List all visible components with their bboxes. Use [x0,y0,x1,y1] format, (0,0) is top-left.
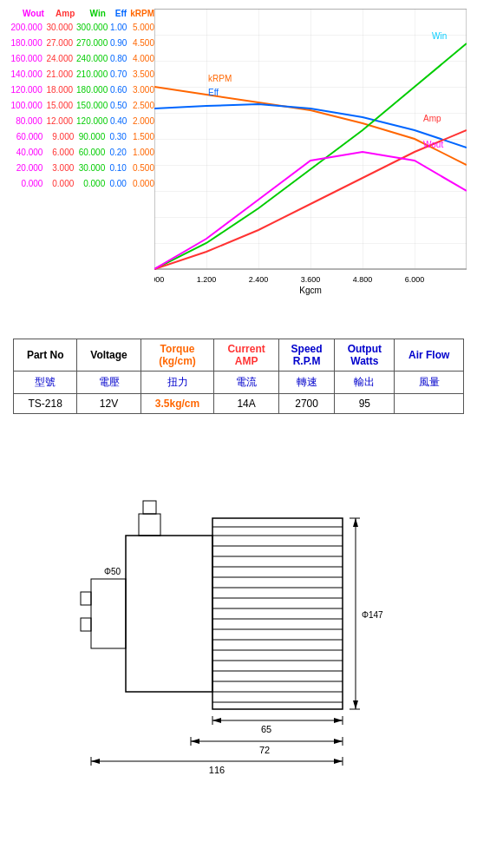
y-axis-row: 0.0000.0000.0000.000.000 [9,176,154,192]
svg-rect-27 [81,618,91,631]
performance-chart-svg: kRPM Eff Win Amp Wout 0.000 1.200 2.400 … [154,9,467,295]
x-label-1: 1.200 [197,275,217,284]
y-axis-row: 200.00030.000300.0001.005.000 [9,20,154,36]
y-axis-row: 120.00018.000180.0000.603.000 [9,82,154,98]
x-label-0: 0.000 [154,275,164,284]
x-label-4: 4.800 [353,275,373,284]
technical-diagram-svg: Φ50 Φ147 65 72 116 [56,449,421,779]
amp-label: Amp [423,114,441,123]
y-axis-row: 140.00021.000210.0000.703.500 [9,67,154,82]
dim-d1: Φ50 [104,567,121,576]
header-win: Win [78,9,105,18]
zh-torque: 扭力 [140,372,214,394]
eff-label: Eff [208,88,219,97]
svg-rect-25 [91,579,126,648]
svg-marker-38 [212,718,221,723]
svg-marker-44 [334,739,343,744]
x-label-5: 6.000 [405,275,425,284]
svg-rect-4 [126,536,212,692]
svg-marker-48 [91,759,100,764]
x-label-2: 2.400 [249,275,269,284]
zh-partno: 型號 [14,372,77,394]
svg-rect-29 [143,501,156,514]
dim-65: 65 [261,724,271,734]
svg-rect-28 [139,514,160,536]
svg-rect-5 [212,518,343,709]
table-row: TS-21812V3.5kg/cm14A270095 [14,394,464,414]
header-amp: Amp [48,9,75,18]
th-partno: Part No [14,339,77,372]
svg-marker-33 [353,518,358,527]
dim-72: 72 [259,745,270,755]
header-wout: Wout [10,9,44,18]
header-eff: Eff [109,9,127,18]
th-airflow: Air Flow [395,339,464,372]
table-body: TS-21812V3.5kg/cm14A270095 [14,394,464,414]
win-label: Win [432,31,447,41]
y-axis-row: 20.0003.00030.0000.100.500 [9,161,154,176]
svg-rect-26 [81,592,91,605]
header-krpm: kRPM [130,9,154,18]
th-current: CurrentAMP [214,339,278,372]
zh-current: 電流 [214,372,278,394]
dim-d2: Φ147 [362,610,383,620]
krpm-label: kRPM [208,74,232,83]
y-axis-row: 160.00024.000240.0000.804.000 [9,51,154,67]
zh-airflow: 風量 [395,372,464,394]
y-axis-row: 80.00012.000120.0000.402.000 [9,114,154,129]
x-axis-title: Kgcm [299,286,322,295]
chart-section: Wout Amp Win Eff kRPM 200.00030.000300.0… [0,0,477,321]
y-axis-labels: 200.00030.000300.0001.005.000180.00027.0… [9,20,154,192]
table-section: Part No Voltage Torque(kg/cm) CurrentAMP… [0,330,477,423]
y-axis-row: 180.00027.000270.0000.904.500 [9,36,154,51]
th-output: OutputWatts [335,339,395,372]
svg-rect-0 [154,9,467,269]
diagram-section: Φ50 Φ147 65 72 116 [0,423,477,796]
y-axis-row: 100.00015.000150.0000.502.500 [9,98,154,114]
th-torque: Torque(kg/cm) [140,339,214,372]
zh-speed: 轉速 [278,372,335,394]
y-axis-row: 40.0006.00060.0000.201.000 [9,145,154,161]
svg-marker-39 [334,718,343,723]
specs-table: Part No Voltage Torque(kg/cm) CurrentAMP… [13,339,464,414]
th-voltage: Voltage [77,339,140,372]
svg-marker-34 [353,700,358,709]
x-label-3: 3.600 [301,275,321,284]
th-speed: SpeedR.P.M [278,339,335,372]
svg-marker-43 [191,739,199,744]
svg-marker-49 [334,759,343,764]
dim-116: 116 [209,765,225,775]
y-axis-row: 60.0009.00090.0000.301.500 [9,129,154,145]
zh-voltage: 電壓 [77,372,140,394]
zh-output: 輸出 [335,372,395,394]
wout-label: Wout [423,140,443,149]
